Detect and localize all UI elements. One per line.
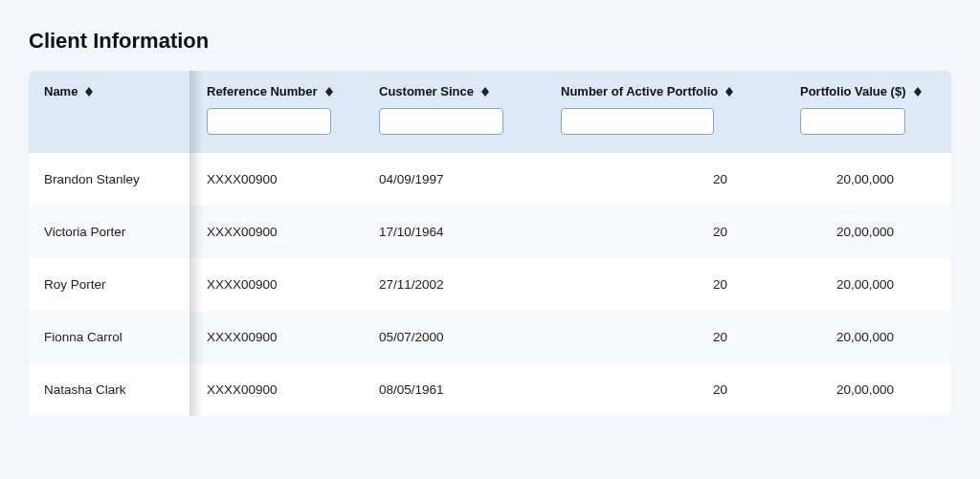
cell-reference: XXXX00900 xyxy=(191,258,364,311)
sort-icon[interactable] xyxy=(481,87,489,97)
column-header-active-portfolio[interactable]: Number of Active Portfolio xyxy=(561,84,718,98)
cell-active-portfolio: 20 xyxy=(546,363,785,416)
table-row: Natasha ClarkXXXX0090008/05/19612020,00,… xyxy=(29,363,951,416)
cell-portfolio-value: 20,00,000 xyxy=(785,311,951,363)
client-table-container: Name Reference Number xyxy=(29,71,951,416)
cell-reference: XXXX00900 xyxy=(191,206,364,258)
cell-name: Fionna Carrol xyxy=(29,311,191,363)
column-header-reference[interactable]: Reference Number xyxy=(207,84,318,98)
filter-input-active-portfolio[interactable] xyxy=(561,108,714,135)
cell-portfolio-value: 20,00,000 xyxy=(785,153,951,206)
cell-portfolio-value: 20,00,000 xyxy=(785,206,951,258)
sort-icon[interactable] xyxy=(85,87,93,97)
cell-customer-since: 08/05/1961 xyxy=(364,363,546,416)
cell-portfolio-value: 20,00,000 xyxy=(785,258,951,311)
page-title: Client Information xyxy=(29,29,951,54)
cell-reference: XXXX00900 xyxy=(191,153,364,206)
cell-customer-since: 17/10/1964 xyxy=(364,206,546,258)
cell-portfolio-value: 20,00,000 xyxy=(785,363,951,416)
cell-name: Roy Porter xyxy=(29,258,191,311)
sort-icon[interactable] xyxy=(725,87,733,97)
cell-reference: XXXX00900 xyxy=(191,311,364,363)
cell-active-portfolio: 20 xyxy=(546,206,785,258)
column-header-customer-since[interactable]: Customer Since xyxy=(379,84,474,98)
cell-name: Victoria Porter xyxy=(29,206,191,258)
table-row: Victoria PorterXXXX0090017/10/19642020,0… xyxy=(29,206,951,258)
sort-icon[interactable] xyxy=(914,87,922,97)
sort-icon[interactable] xyxy=(325,87,333,97)
cell-name: Natasha Clark xyxy=(29,363,191,416)
cell-name: Brandon Stanley xyxy=(29,153,191,206)
filter-input-portfolio-value[interactable] xyxy=(800,108,905,135)
table-row: Brandon StanleyXXXX0090004/09/19972020,0… xyxy=(29,153,951,206)
column-header-name[interactable]: Name xyxy=(44,84,78,98)
cell-reference: XXXX00900 xyxy=(191,363,364,416)
cell-customer-since: 04/09/1997 xyxy=(364,153,546,206)
table-row: Roy PorterXXXX0090027/11/20022020,00,000 xyxy=(29,258,951,311)
table-row: Fionna CarrolXXXX0090005/07/20002020,00,… xyxy=(29,311,951,363)
column-header-portfolio-value[interactable]: Portfolio Value ($) xyxy=(800,84,906,98)
cell-active-portfolio: 20 xyxy=(546,311,785,363)
cell-active-portfolio: 20 xyxy=(546,258,785,311)
cell-customer-since: 05/07/2000 xyxy=(364,311,546,363)
cell-customer-since: 27/11/2002 xyxy=(364,258,546,311)
cell-active-portfolio: 20 xyxy=(546,153,785,206)
client-table: Name Reference Number xyxy=(29,71,951,416)
filter-input-reference[interactable] xyxy=(207,108,331,135)
filter-input-customer-since[interactable] xyxy=(379,108,503,135)
